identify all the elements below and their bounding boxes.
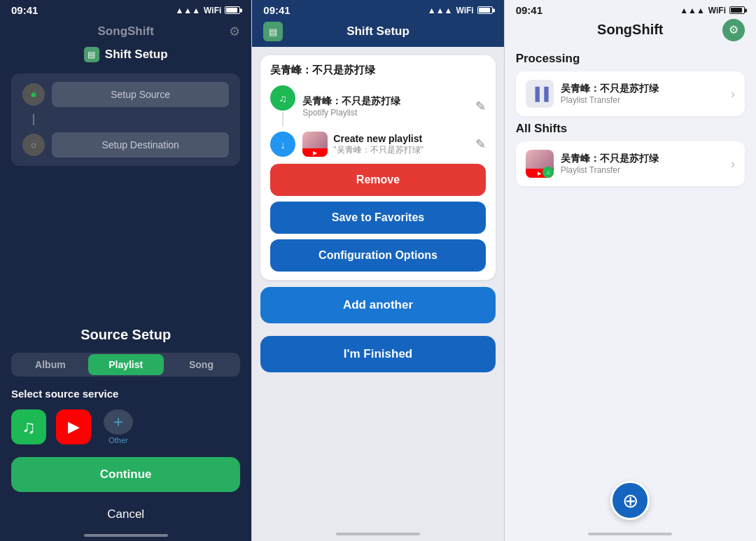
- panel-source-setup: 09:41 ▲▲▲ WiFi SongShift ⚙ ▤ Shift Setup…: [0, 0, 251, 541]
- all-shifts-item-type-0: Playlist Transfer: [561, 165, 724, 175]
- home-indicator-1: [84, 534, 168, 537]
- signal-icon-2: ▲▲▲: [428, 6, 453, 15]
- shift-card-title: 吴青峰：不只是苏打绿: [270, 64, 485, 77]
- other-plus-circle: +: [104, 409, 133, 435]
- panel2-content: 吴青峰：不只是苏打绿 ♫ 吴青峰：不只是苏打绿 Spotify Playlist…: [252, 47, 503, 530]
- gear-icon-1[interactable]: ⚙: [229, 24, 240, 39]
- fab-circle-icon: ⊕: [622, 490, 638, 512]
- source-flow-icon: ●: [22, 83, 45, 106]
- all-shifts-title: All Shifts: [516, 122, 745, 136]
- panel2-header: ▤ Shift Setup: [252, 19, 503, 47]
- all-shifts-item-info-0: 吴青峰：不只是苏打绿 Playlist Transfer: [561, 153, 724, 175]
- flow-dest: ○ Setup Destination: [22, 132, 229, 157]
- flow-source: ● Setup Source: [22, 82, 229, 107]
- add-another-button[interactable]: Add another: [260, 287, 495, 323]
- all-shifts-item-0[interactable]: ▶ ♫ 吴青峰：不只是苏打绿 Playlist Transfer ›: [516, 141, 745, 186]
- chevron-icon-0: ›: [731, 87, 735, 101]
- dest-flow-icon: ○: [22, 134, 45, 156]
- status-icons-2: ▲▲▲ WiFi: [428, 6, 493, 15]
- status-icons-3: ▲▲▲ WiFi: [680, 6, 745, 15]
- dest-edit-btn[interactable]: ✎: [475, 136, 486, 152]
- processing-thumb-0: ▐▐: [526, 80, 554, 108]
- shift-source-info: 吴青峰：不只是苏打绿 Spotify Playlist: [302, 95, 468, 118]
- app-title-3: SongShift: [597, 22, 663, 38]
- source-setup-sheet: Source Setup Album Playlist Song Select …: [0, 316, 251, 541]
- signal-icon-3: ▲▲▲: [680, 6, 705, 15]
- youtube-service-icon[interactable]: ▶: [56, 409, 91, 444]
- processing-item-0[interactable]: ▐▐ 吴青峰：不只是苏打绿 Playlist Transfer ›: [516, 71, 745, 116]
- shift-source-left: ♫: [270, 85, 295, 127]
- shift-thumb-spotify: ♫: [542, 167, 554, 178]
- source-sub: Spotify Playlist: [302, 108, 468, 118]
- status-bar-3: 09:41 ▲▲▲ WiFi: [505, 0, 756, 19]
- panel-shift-setup: 09:41 ▲▲▲ WiFi ▤ Shift Setup 吴青峰：不只是苏打绿 …: [251, 0, 504, 541]
- app-title-1: SongShift: [98, 24, 154, 38]
- dest-content: ▶ Create new playlist "吴青峰：不只是苏打绿": [302, 132, 468, 157]
- spotify-service-icon[interactable]: ♫: [11, 409, 46, 444]
- add-fab-button[interactable]: ⊕: [610, 481, 650, 520]
- segment-album[interactable]: Album: [13, 354, 88, 375]
- wifi-icon-3: WiFi: [708, 6, 726, 15]
- sheet-title: Source Setup: [11, 327, 240, 343]
- source-edit-btn[interactable]: ✎: [475, 99, 486, 114]
- panel-songshift-home: 09:41 ▲▲▲ WiFi SongShift ⚙ Processing ▐▐…: [505, 0, 756, 541]
- segment-playlist[interactable]: Playlist: [88, 354, 164, 375]
- shift-dest-info: Create new playlist "吴青峰：不只是苏打绿": [333, 133, 468, 156]
- all-shifts-item-name-0: 吴青峰：不只是苏打绿: [561, 153, 724, 165]
- yt-overlay: ▶: [302, 148, 328, 157]
- processing-item-type-0: Playlist Transfer: [561, 95, 724, 105]
- fab-inner: ⊕: [622, 489, 638, 512]
- shift-source-row: ♫ 吴青峰：不只是苏打绿 Spotify Playlist ✎: [270, 85, 485, 127]
- setup-source-btn[interactable]: Setup Source: [52, 82, 229, 107]
- shift-card: 吴青峰：不只是苏打绿 ♫ 吴青峰：不只是苏打绿 Spotify Playlist…: [260, 55, 495, 280]
- remove-button[interactable]: Remove: [270, 164, 485, 196]
- shift-thumb-0: ▶ ♫: [526, 150, 554, 178]
- processing-item-name-0: 吴青峰：不只是苏打绿: [561, 83, 724, 95]
- cancel-button[interactable]: Cancel: [11, 500, 240, 528]
- im-finished-button[interactable]: I'm Finished: [260, 336, 495, 372]
- continue-button[interactable]: Continue: [11, 457, 240, 492]
- save-fav-button[interactable]: Save to Favorites: [270, 202, 485, 234]
- wifi-icon-2: WiFi: [456, 6, 473, 15]
- yt-icon-small: ▶: [538, 171, 541, 176]
- status-bar-2: 09:41 ▲▲▲ WiFi: [252, 0, 503, 19]
- page-icon-1: ▤: [84, 47, 99, 62]
- flow-connector: [33, 114, 34, 125]
- signal-icon: ▲▲▲: [175, 6, 200, 15]
- shift-setup-title-2: Shift Setup: [346, 24, 410, 38]
- home-indicator-3: [588, 533, 672, 535]
- other-service-icon[interactable]: + Other: [101, 409, 136, 444]
- status-icons-1: ▲▲▲ WiFi: [175, 6, 240, 15]
- flow-area: ● Setup Source ○ Setup Destination: [11, 73, 240, 166]
- flow-dot: [282, 112, 284, 126]
- segment-control: Album Playlist Song: [11, 353, 240, 377]
- processing-item-info-0: 吴青峰：不只是苏打绿 Playlist Transfer: [561, 83, 724, 105]
- segment-song[interactable]: Song: [164, 354, 239, 375]
- down-flow-icon: ↓: [270, 132, 295, 157]
- panel3-content: Processing ▐▐ 吴青峰：不只是苏打绿 Playlist Transf…: [505, 46, 756, 197]
- panel1-subheader: ▤ Shift Setup: [0, 44, 251, 68]
- yt-play-icon: ▶: [313, 150, 317, 156]
- setup-dest-btn[interactable]: Setup Destination: [52, 132, 229, 157]
- gear-button-3[interactable]: ⚙: [722, 19, 745, 41]
- panel1-header: SongShift ⚙: [0, 19, 251, 44]
- battery-icon-2: [477, 6, 493, 14]
- service-icons: ♫ ▶ + Other: [11, 409, 240, 444]
- dest-name: Create new playlist: [333, 133, 468, 144]
- chevron-icon-1: ›: [731, 157, 735, 171]
- page-icon-2: ▤: [263, 22, 283, 41]
- shift-dest-row: ↓ ▶ Create new playlist "吴青峰：不只是苏打绿" ✎: [270, 132, 485, 157]
- config-button[interactable]: Configuration Options: [270, 239, 485, 272]
- bars-icon: ▐▐: [531, 87, 549, 101]
- yt-thumb: ▶: [302, 132, 328, 157]
- time-2: 09:41: [263, 4, 290, 16]
- spotify-flow-icon: ♫: [270, 85, 295, 111]
- wifi-icon: WiFi: [204, 6, 221, 15]
- home-indicator-2: [336, 533, 420, 535]
- status-bar-1: 09:41 ▲▲▲ WiFi: [0, 0, 251, 19]
- shift-dest-left: ↓: [270, 132, 295, 157]
- other-label: Other: [108, 436, 128, 444]
- dest-sub: "吴青峰：不只是苏打绿": [333, 144, 468, 156]
- battery-icon: [225, 6, 240, 14]
- time-1: 09:41: [11, 4, 38, 16]
